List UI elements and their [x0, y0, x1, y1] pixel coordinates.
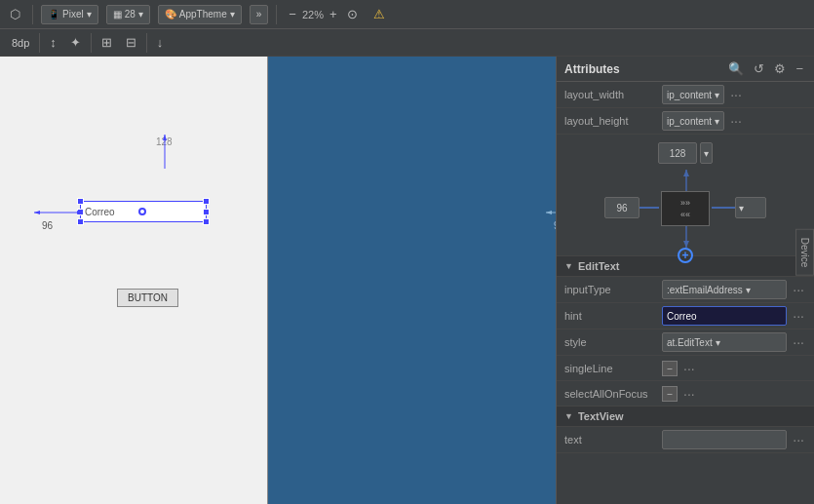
sep2	[276, 5, 277, 24]
style-dropdown[interactable]: at.EditText ▾	[662, 332, 787, 352]
minimize-panel-btn[interactable]: −	[793, 60, 806, 77]
refresh-panel-btn[interactable]: ↺	[751, 60, 767, 77]
more-icon: »	[256, 9, 262, 19]
zoom-level: 22%	[302, 9, 324, 20]
second-toolbar: 8dp ↕ ✦ ⊞ ⊟ ↓	[0, 29, 814, 57]
style-row: style at.EditText ▾ ···	[557, 330, 814, 356]
constraint-bottom-arrow	[681, 226, 691, 248]
dim-96-blue: 96	[554, 220, 556, 231]
align-btn[interactable]: ⊞	[97, 33, 116, 52]
selectallfocus-toggle[interactable]: –	[662, 386, 678, 402]
sep3	[39, 33, 40, 53]
text-label: text	[564, 434, 662, 446]
theme-icon: 🎨	[165, 9, 176, 19]
text-input[interactable]	[662, 430, 787, 449]
device-selector[interactable]: 📱 Pixel ▾	[41, 5, 98, 24]
settings-panel-btn[interactable]: ⚙	[771, 60, 789, 77]
layout-height-label: layout_height	[564, 115, 662, 127]
height-unit-btn[interactable]: ▾	[735, 197, 766, 218]
theme-selector[interactable]: 🎨 AppTheme ▾	[158, 5, 242, 24]
chevron-down-icon3: ▾	[230, 9, 235, 19]
panel-icons: 🔍 ↺ ⚙ −	[725, 60, 806, 77]
more-btn[interactable]: »	[250, 5, 269, 24]
zoom-in-btn[interactable]: +	[326, 5, 341, 23]
inputtype-value: :extEmailAddress ▾ ···	[662, 280, 806, 299]
hint-dots[interactable]: ···	[791, 308, 806, 324]
handle-bl	[77, 218, 84, 225]
zoom-out-btn[interactable]: −	[285, 5, 300, 23]
search-panel-btn[interactable]: 🔍	[725, 60, 747, 77]
constraints-btn[interactable]: ↕	[46, 33, 60, 52]
textview-triangle-icon: ▼	[564, 411, 573, 421]
layout-height-text: ip_content	[667, 116, 712, 127]
height-input[interactable]	[604, 197, 640, 218]
layout-height-dots[interactable]: ···	[728, 113, 744, 129]
inputtype-row: inputType :extEmailAddress ▾ ···	[557, 277, 814, 303]
inputtype-dropdown[interactable]: :extEmailAddress ▾	[662, 280, 787, 299]
svg-marker-13	[683, 241, 689, 248]
layout-width-dropdown[interactable]: ip_content ▾	[662, 85, 724, 104]
handle-center	[138, 208, 146, 215]
guidelines-btn[interactable]: ⊟	[122, 33, 140, 52]
layout-width-value: ip_content ▾ ···	[662, 85, 806, 104]
sep1	[32, 5, 33, 24]
singleline-toggle[interactable]: –	[662, 361, 678, 376]
panel-header: Attributes 🔍 ↺ ⚙ −	[557, 57, 814, 82]
device-icon: 📱	[48, 9, 59, 19]
svg-marker-4	[77, 211, 83, 214]
handle-br	[203, 218, 210, 225]
device-tab[interactable]: Device	[795, 228, 814, 276]
width-input[interactable]	[658, 142, 697, 164]
hint-label: hint	[564, 310, 662, 322]
chain-btn[interactable]: ↓	[153, 33, 168, 52]
api-icon: ▦	[113, 9, 122, 19]
handle-tl	[77, 198, 84, 205]
layout-width-row: layout_width ip_content ▾ ···	[557, 82, 814, 108]
canvas-area: 128 Correo	[0, 57, 556, 504]
margin-label: 8dp	[8, 35, 33, 51]
handle-tr	[203, 198, 210, 205]
singleline-dots[interactable]: ···	[681, 361, 697, 376]
top-toolbar: ⬡ 📱 Pixel ▾ ▦ 28 ▾ 🎨 AppTheme ▾ » − 22% …	[0, 0, 814, 29]
white-canvas[interactable]: 128 Correo	[0, 57, 268, 504]
singleline-row: singleLine – ···	[557, 356, 814, 381]
add-constraint-btn[interactable]: +	[678, 248, 693, 263]
design-menu-btn[interactable]: ⬡	[6, 5, 24, 23]
width-unit-btn[interactable]: ▾	[700, 142, 713, 164]
singleline-value: – ···	[662, 361, 806, 376]
svg-marker-3	[34, 211, 40, 214]
inputtype-label: inputType	[564, 284, 662, 295]
hint-input[interactable]	[662, 306, 787, 326]
selectallfocus-value: – ···	[662, 386, 806, 402]
selectallfocus-row: selectAllOnFocus – ···	[557, 381, 814, 407]
constraint-top-arrow	[681, 170, 691, 191]
svg-marker-1	[163, 135, 167, 140]
svg-marker-8	[546, 211, 552, 214]
selectallfocus-dots[interactable]: ···	[681, 386, 697, 402]
layout-width-label: layout_width	[564, 89, 662, 100]
layout-width-text: ip_content	[667, 90, 712, 100]
inputtype-dots[interactable]: ···	[791, 282, 806, 297]
blue-canvas[interactable]: 128 96	[268, 57, 556, 504]
style-dots[interactable]: ···	[791, 334, 806, 350]
layout-width-dots[interactable]: ···	[728, 87, 744, 102]
selectallfocus-label: selectAllOnFocus	[564, 388, 662, 400]
text-dots[interactable]: ···	[791, 432, 806, 447]
layout-height-dropdown[interactable]: ip_content ▾	[662, 111, 724, 131]
constraint-section: ▾ »» ««	[557, 135, 814, 256]
textview-section-header[interactable]: ▼ TextView	[557, 407, 814, 427]
arrow-h-blue	[546, 211, 556, 214]
warning-btn[interactable]: ⚠	[369, 5, 389, 23]
style-label: style	[564, 336, 662, 348]
api-selector[interactable]: ▦ 28 ▾	[106, 5, 150, 24]
theme-label: AppTheme	[179, 9, 227, 19]
dropdown-arrow2: ▾	[715, 116, 719, 127]
api-label: 28	[125, 9, 136, 19]
chevron-down-icon2: ▾	[138, 9, 143, 19]
edittext-white[interactable]: Correo	[80, 201, 207, 222]
sep4	[91, 33, 92, 53]
zoom-fit-btn[interactable]: ⊙	[343, 5, 362, 23]
textview-section-label: TextView	[578, 410, 624, 422]
button-white[interactable]: BUTTON	[117, 289, 178, 307]
magic-btn[interactable]: ✦	[66, 33, 85, 52]
